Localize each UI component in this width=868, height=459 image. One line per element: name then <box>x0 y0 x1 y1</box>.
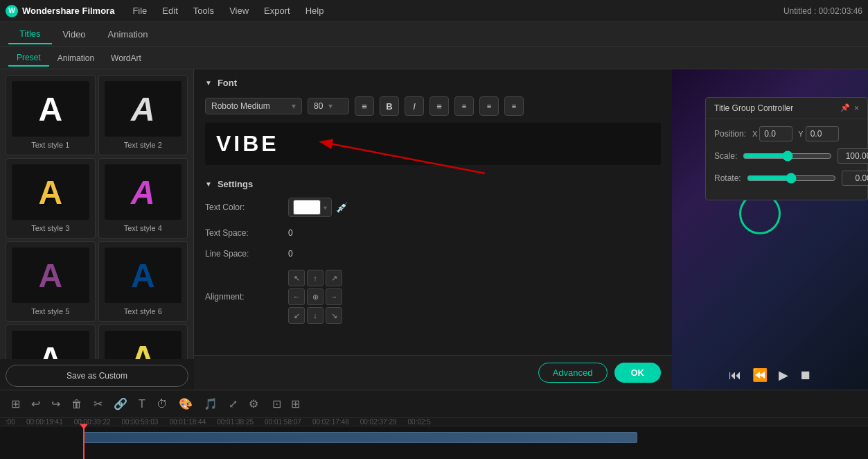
playhead-marker <box>80 424 88 429</box>
tgc-close-icon[interactable]: × <box>854 103 859 113</box>
style-item-1[interactable]: A Text style 1 <box>6 75 96 155</box>
tgc-rotate-slider[interactable] <box>747 173 836 184</box>
transport-stop[interactable]: ⏹ <box>799 368 812 383</box>
align-bottom-left[interactable]: ↙ <box>288 307 305 324</box>
sub-tab-preset[interactable]: Preset <box>8 50 49 67</box>
timeline-audio-btn[interactable]: 🎵 <box>201 395 220 413</box>
italic-button[interactable]: I <box>405 96 424 116</box>
style-item-3[interactable]: A Text style 3 <box>6 158 96 239</box>
save-as-custom-button[interactable]: Save as Custom <box>6 365 188 387</box>
title-group-controller: Title Group Controller 📌 × Position: X Y <box>705 97 868 200</box>
tgc-scale-input[interactable] <box>838 148 868 164</box>
tgc-y-input[interactable] <box>806 126 839 141</box>
text-space-value[interactable]: 0 <box>288 228 293 238</box>
tgc-pin-icon[interactable]: 📌 <box>840 103 850 113</box>
timeline-snap-btn[interactable]: ⊞ <box>288 395 303 413</box>
align-middle-left[interactable]: ← <box>288 288 305 305</box>
transport-play[interactable]: ▶ <box>779 367 788 383</box>
align-bottom-right[interactable]: ↘ <box>326 307 342 324</box>
line-space-value[interactable]: 0 <box>288 249 293 259</box>
align-bottom-center[interactable]: ↓ <box>307 307 324 324</box>
menu-view[interactable]: View <box>222 3 256 19</box>
text-preview[interactable]: VIBE <box>205 123 661 165</box>
line-spacing-btn[interactable]: ≡ <box>355 96 374 116</box>
align-top-center[interactable]: ↑ <box>307 270 324 286</box>
preview-text: VIBE <box>216 131 279 157</box>
tab-video[interactable]: Video <box>52 25 97 44</box>
tgc-y-label: Y <box>798 130 803 138</box>
timeline-cut-btn[interactable]: ✂ <box>91 395 105 413</box>
line-space-row: Line Space: 0 <box>205 249 661 259</box>
style-label-3: Text style 3 <box>12 224 89 232</box>
text-color-swatch <box>293 200 321 215</box>
timeline-text-btn[interactable]: T <box>136 395 148 413</box>
timeline-settings-btn[interactable]: ⚙ <box>246 395 261 413</box>
tgc-rotate-input[interactable] <box>842 171 868 186</box>
eyedropper-icon[interactable]: 💉 <box>336 202 348 213</box>
tgc-x-input[interactable] <box>759 126 792 141</box>
timeline-paint-btn[interactable]: 🎨 <box>176 395 195 413</box>
style-label-6: Text style 6 <box>105 307 182 315</box>
tab-animation[interactable]: Animation <box>97 25 159 44</box>
window-title: Untitled : 00:02:03:46 <box>783 6 862 16</box>
menu-tools[interactable]: Tools <box>186 3 221 19</box>
track-clip-1[interactable] <box>83 432 637 443</box>
settings-section-header[interactable]: ▼ Settings <box>205 179 661 189</box>
timeline-undo-btn[interactable]: ↩ <box>28 395 43 413</box>
playhead[interactable] <box>83 426 85 459</box>
style-grid-container: A Text style 1 A Text style 2 A Text sty… <box>0 69 194 359</box>
align-middle-center[interactable]: ⊕ <box>307 288 324 305</box>
menu-help[interactable]: Help <box>299 3 331 19</box>
transport-prev-frame[interactable]: ⏪ <box>752 367 768 383</box>
tgc-header: Title Group Controller 📌 × <box>706 98 867 119</box>
align-top-left[interactable]: ↖ <box>288 270 305 286</box>
sub-tab-animation[interactable]: Animation <box>49 51 103 66</box>
style-item-7[interactable]: A Text style 7 <box>6 324 96 359</box>
menu-export[interactable]: Export <box>257 3 297 19</box>
align-center-button[interactable]: ≡ <box>454 96 474 116</box>
app-logo: W Wondershare Filmora <box>6 5 114 17</box>
font-size-selector[interactable]: 80 ▾ <box>308 98 349 114</box>
timeline-zoom-btn[interactable]: ⤢ <box>226 395 240 413</box>
track-area[interactable] <box>0 426 868 459</box>
timeline-toolbar: ⊞ ↩ ↪ 🗑 ✂ 🔗 T ⏱ 🎨 🎵 ⤢ ⚙ ⊡ ⊞ <box>0 390 868 418</box>
menu-file[interactable]: File <box>125 3 154 19</box>
align-right-button[interactable]: ≡ <box>479 96 499 116</box>
font-size-value: 80 <box>314 101 323 111</box>
timeline-grid-btn[interactable]: ⊞ <box>8 395 23 413</box>
timeline-clock-btn[interactable]: ⏱ <box>154 395 170 413</box>
settings-section: ▼ Settings Text Color: ▾ 💉 T <box>205 179 661 324</box>
time-mark-9: 00:02:5 <box>402 418 436 426</box>
align-top-right[interactable]: ↗ <box>326 270 342 286</box>
advanced-button[interactable]: Advanced <box>538 363 608 383</box>
tab-titles[interactable]: Titles <box>8 24 52 44</box>
tgc-scale-slider[interactable] <box>743 150 832 162</box>
bold-button[interactable]: B <box>380 96 399 116</box>
align-left-button[interactable]: ≡ <box>429 96 449 116</box>
style-item-4[interactable]: A Text style 4 <box>98 158 188 239</box>
font-section-header[interactable]: ▼ Font <box>205 78 661 88</box>
font-name-selector[interactable]: Roboto Medium ▾ <box>205 98 302 114</box>
timeline-delete-btn[interactable]: 🗑 <box>69 395 85 413</box>
tgc-scale-label: Scale: <box>714 151 737 161</box>
text-color-dropdown[interactable]: ▾ <box>288 198 332 217</box>
sub-tab-wordart[interactable]: WordArt <box>103 51 150 66</box>
align-justify-button[interactable]: ≡ <box>504 96 524 116</box>
style-item-6[interactable]: A Text style 6 <box>98 241 188 322</box>
ok-button[interactable]: OK <box>614 363 662 383</box>
align-middle-right[interactable]: → <box>326 288 342 305</box>
timeline-crop-btn[interactable]: ⊡ <box>269 395 284 413</box>
transport-rewind[interactable]: ⏮ <box>729 368 741 383</box>
tgc-position-row: Position: X Y <box>714 126 859 141</box>
font-name-label: Roboto Medium <box>211 101 270 111</box>
bottom-right-buttons: Advanced OK <box>538 363 661 383</box>
style-item-2[interactable]: A Text style 2 <box>98 75 188 155</box>
menu-edit[interactable]: Edit <box>155 3 184 19</box>
style-thumb-2: A <box>105 81 182 137</box>
font-name-chevron: ▾ <box>292 101 296 111</box>
style-item-8[interactable]: A Text style 8 <box>98 324 188 359</box>
style-item-5[interactable]: A Text style 5 <box>6 241 96 322</box>
timeline-redo-btn[interactable]: ↪ <box>48 395 63 413</box>
timeline-link-btn[interactable]: 🔗 <box>111 395 130 413</box>
style-label-2: Text style 2 <box>105 141 182 149</box>
